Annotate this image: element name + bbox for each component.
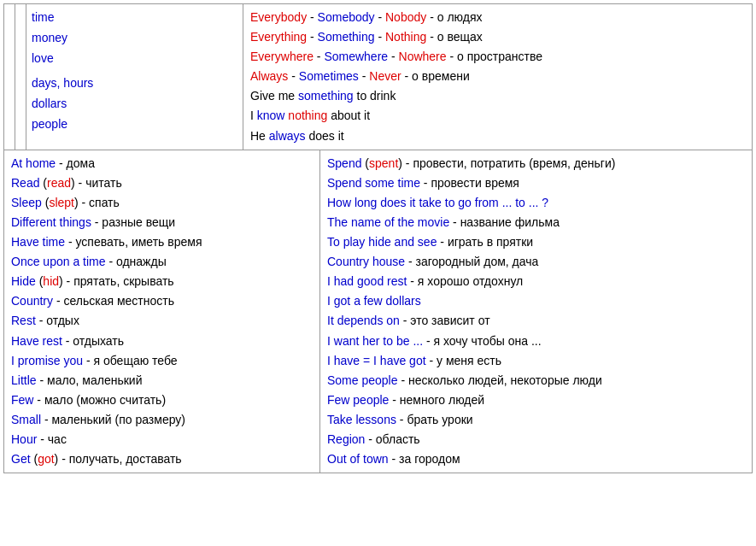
red-text: got bbox=[38, 452, 54, 466]
word-love: love bbox=[32, 49, 93, 69]
top-right-panel: Everybody - Somebody - Nobody - о людяхE… bbox=[243, 4, 752, 150]
red-text: read bbox=[47, 176, 71, 190]
blue-text: I have = I have got bbox=[327, 354, 426, 367]
blue-text: I promise you bbox=[11, 354, 83, 367]
bottom-section: At home - домаRead (read) - читатьSleep … bbox=[4, 150, 752, 473]
vocab-line: I had good rest - я хорошо отдохнул bbox=[327, 272, 745, 291]
how-column bbox=[4, 4, 15, 150]
vocab-line: Always - Sometimes - Never - о времени bbox=[250, 67, 745, 86]
vocab-line: How long does it take to go from ... to … bbox=[327, 193, 745, 213]
plain-text: ( bbox=[361, 156, 369, 170]
blue-text: Out of town bbox=[327, 452, 389, 466]
vocab-line: Few people - немного людей bbox=[327, 390, 745, 410]
blue-text: Have rest bbox=[11, 334, 62, 348]
blue-text: Little bbox=[11, 373, 37, 387]
blue-text: Spend some time bbox=[327, 176, 420, 190]
plain-text: ) - получать, доставать bbox=[55, 452, 182, 466]
vocab-line: Different things - разные вещи bbox=[11, 213, 313, 232]
plain-text: Give me bbox=[250, 89, 298, 103]
blue-text: Something bbox=[318, 30, 375, 44]
plain-text: - bbox=[359, 69, 369, 83]
plain-text: - сельская местность bbox=[53, 294, 174, 308]
vocab-line: I have = I have got - у меня есть bbox=[327, 351, 745, 371]
plain-text: - о времени bbox=[401, 69, 470, 83]
plain-text: - несколько людей, некоторые люди bbox=[398, 373, 602, 387]
plain-text: - загородный дом, дача bbox=[405, 255, 538, 268]
word-money: money bbox=[32, 28, 93, 49]
vocab-line: Region - область bbox=[327, 430, 745, 449]
vocab-line: At home - дома bbox=[11, 154, 313, 173]
red-text: Nowhere bbox=[399, 50, 447, 63]
vocab-line: Few - мало (можно считать) bbox=[11, 390, 313, 410]
vocab-line: Read (read) - читать bbox=[11, 173, 313, 193]
blue-text: I got a few dollars bbox=[327, 294, 421, 308]
vocab-line: Once upon a time - однажды bbox=[11, 252, 313, 272]
red-text: spent bbox=[369, 156, 398, 170]
plain-text: - играть в прятки bbox=[437, 235, 533, 249]
vocab-line: To play hide and see - играть в прятки bbox=[327, 232, 745, 252]
vocab-line: Have rest - отдыхать bbox=[11, 332, 313, 351]
plain-text: - отдыхать bbox=[62, 334, 124, 348]
blue-text: I had good rest bbox=[327, 274, 407, 288]
vocab-line: The name of the movie - название фильма bbox=[327, 213, 745, 232]
blue-text: Spend bbox=[327, 156, 361, 170]
blue-text: The name of the movie bbox=[327, 215, 449, 229]
plain-text: - провести время bbox=[420, 176, 519, 190]
much-words: time money love bbox=[32, 8, 93, 68]
blue-text: Country house bbox=[327, 255, 405, 268]
plain-text: - bbox=[388, 50, 398, 63]
vocab-line: I got a few dollars bbox=[327, 291, 745, 311]
plain-text: - bbox=[314, 50, 324, 63]
plain-text: - bbox=[288, 69, 298, 83]
plain-text: - дома bbox=[56, 156, 95, 170]
red-text: Nothing bbox=[385, 30, 426, 44]
plain-text: ) - провести, потратить (время, деньги) bbox=[398, 156, 615, 170]
vocab-line: Have time - успевать, иметь время bbox=[11, 232, 313, 252]
blue-text: Somebody bbox=[318, 10, 375, 24]
blue-text: How long does it take to go from ... to … bbox=[327, 196, 548, 209]
many-words: days, hours dollars people bbox=[32, 73, 93, 134]
vocab-line: I know nothing about it bbox=[250, 106, 745, 126]
plain-text: - bbox=[307, 10, 317, 24]
much-column bbox=[15, 4, 26, 150]
blue-text: Small bbox=[11, 413, 41, 426]
word-dollars: dollars bbox=[32, 94, 93, 114]
plain-text: ) - прятать, скрывать bbox=[59, 274, 174, 288]
plain-text: ) - спать bbox=[74, 196, 120, 209]
vocab-line: Sleep (slept) - спать bbox=[11, 193, 313, 213]
vocab-line: Out of town - за городом bbox=[327, 449, 745, 469]
blue-text: Get bbox=[11, 452, 31, 466]
vocab-line: Hour - час bbox=[11, 430, 313, 449]
vocab-line: Rest - отдых bbox=[11, 311, 313, 331]
vocab-line: Some people - несколько людей, некоторые… bbox=[327, 371, 745, 390]
vocab-line: Country - сельская местность bbox=[11, 291, 313, 311]
vocab-line: I promise you - я обещаю тебе bbox=[11, 351, 313, 371]
plain-text: - разные вещи bbox=[91, 215, 175, 229]
blue-text: I want her to be ... bbox=[327, 334, 423, 348]
bottom-right-panel: Spend (spent) - провести, потратить (вре… bbox=[320, 150, 752, 473]
red-text: Everybody bbox=[250, 10, 307, 24]
words-column: time money love days, hours dollars peop… bbox=[26, 4, 98, 150]
vocab-line: Hide (hid) - прятать, скрывать bbox=[11, 272, 313, 291]
plain-text: - о людях bbox=[426, 10, 482, 24]
red-text: hid bbox=[43, 274, 59, 288]
plain-text: I bbox=[250, 109, 257, 122]
blue-text: Somewhere bbox=[324, 50, 388, 63]
vocab-line: I want her to be ... - я хочу чтобы она … bbox=[327, 332, 745, 351]
blue-text: Once upon a time bbox=[11, 255, 106, 268]
plain-text: about it bbox=[327, 109, 370, 122]
vocab-line: Country house - загородный дом, дача bbox=[327, 252, 745, 272]
blue-text: know bbox=[257, 109, 285, 122]
top-section: time money love days, hours dollars peop… bbox=[4, 4, 752, 150]
word-time: time bbox=[32, 8, 93, 28]
blue-text: Sometimes bbox=[299, 69, 359, 83]
vocab-line: Everything - Something - Nothing - о вещ… bbox=[250, 27, 745, 47]
plain-text: - о вещах bbox=[426, 30, 483, 44]
vocab-line: Take lessons - брать уроки bbox=[327, 410, 745, 430]
plain-text: does it bbox=[306, 129, 344, 143]
plain-text: - bbox=[375, 10, 385, 24]
vocab-line: Everybody - Somebody - Nobody - о людях bbox=[250, 8, 745, 27]
plain-text: - маленький (по размеру) bbox=[41, 413, 185, 426]
plain-text: - я обещаю тебе bbox=[83, 354, 178, 367]
plain-text: ( bbox=[31, 452, 38, 466]
